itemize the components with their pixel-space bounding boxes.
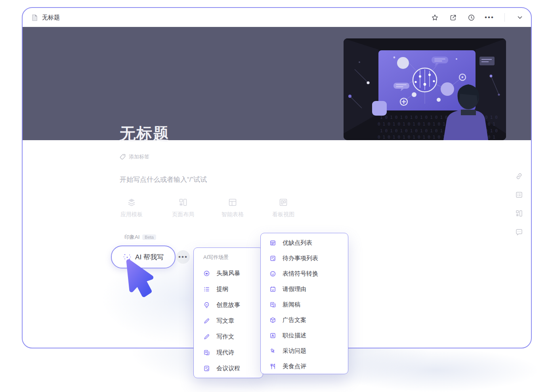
menu-item-label: 采访问题 [283,347,306,355]
menu-item-write-essay[interactable]: 写作文 [194,329,263,344]
menu-item-outline[interactable]: 提纲 [194,281,263,297]
template-kanban-label: 看板视图 [272,211,294,218]
topbar-divider [504,13,505,22]
menu-item-label: 写作文 [216,333,234,341]
copy-doc-icon [203,349,210,356]
ai-more-button[interactable]: ••• [176,250,190,264]
note-title[interactable]: 无标题 [120,123,170,145]
outline-icon [203,286,210,293]
utensils-icon [269,363,276,370]
add-tag-button[interactable]: 添加标签 [120,153,149,160]
document-icon [31,13,38,21]
copy-doc-icon [269,301,276,308]
lightbulb-icon [203,302,210,308]
template-apply-label: 应用模板 [120,211,143,218]
calendar-icon [269,286,276,293]
layout-rail-icon[interactable] [515,209,523,217]
menu-item-label: 头脑风暴 [216,270,240,277]
menu-item-modern-poem[interactable]: 现代诗 [194,344,263,360]
layers-icon [126,197,137,207]
editor-placeholder[interactable]: 开始写点什么或者输入“/”试试 [120,175,207,184]
menu-item-label: 美食点评 [283,363,306,370]
template-smart-table[interactable]: 智能表格 [211,197,254,218]
side-rail [515,172,523,236]
history-icon[interactable] [467,13,475,21]
menu-item-label: 会议议程 [216,365,240,372]
menu-item-write-article[interactable]: 写文章 [194,313,263,329]
pencil-icon [203,333,210,340]
template-kanban[interactable]: 看板视图 [262,197,305,218]
todo-icon [269,255,276,262]
ellipsis-icon: ••• [178,255,188,259]
kanban-icon [278,197,288,207]
doc-title: 无标题 [42,14,60,21]
star-icon[interactable] [431,13,439,21]
menu-item-job-description[interactable]: 职位描述 [261,328,348,343]
template-layout[interactable]: 页面布局 [161,197,205,218]
menu-item-emoji-convert[interactable]: 表情符号转换 [261,266,348,282]
menu-item-interview-questions[interactable]: 采访问题 [261,343,348,359]
note-header-banner: 无标题 [23,27,531,140]
ai-illustration: 101010101010101010101010 010101010101010… [344,38,506,140]
page-layout-icon [178,197,188,207]
tag-icon [120,154,126,160]
menu-item-ad-copy[interactable]: 广告文案 [261,312,348,328]
menu-item-label: 待办事项列表 [283,255,318,262]
brainstorm-icon [203,270,210,277]
ai-scene-menu: AI写作场景 头脑风暴 提纲 创意故事 写文章 写作文 现代诗 [193,247,263,378]
agenda-icon [203,365,210,372]
menu-item-label: 表情符号转换 [283,270,318,278]
pencil-icon [203,318,210,324]
menu-item-food-review[interactable]: 美食点评 [261,359,348,374]
table-icon [227,197,238,207]
menu-item-label: 广告文案 [283,316,306,324]
menu-item-todo-list[interactable]: 待办事项列表 [261,251,348,266]
menu-item-creative-story[interactable]: 创意故事 [194,297,263,313]
job-description-icon [269,332,276,339]
link-icon[interactable] [515,172,523,180]
share-icon[interactable] [449,13,457,21]
collapse-chevron-icon[interactable] [516,13,524,21]
menu-item-brainstorm[interactable]: 头脑风暴 [194,265,263,281]
scene-menu-header: AI写作场景 [194,253,263,261]
smiley-icon [269,270,276,277]
more-icon[interactable]: ••• [485,13,493,21]
yinxiang-ai-brand: 印象AI Beta [124,234,156,241]
template-layout-label: 页面布局 [172,211,194,218]
menu-item-label: 提纲 [216,285,228,293]
microphone-icon [269,348,276,354]
smart-table-rail-icon[interactable] [515,191,523,199]
template-apply[interactable]: 应用模板 [110,197,153,218]
ai-brand-label: 印象AI [124,234,139,241]
template-smart-table-label: 智能表格 [222,211,244,218]
menu-item-pros-cons[interactable]: 优缺点列表 [261,235,348,251]
menu-item-label: 现代诗 [216,349,234,356]
background-haze [333,348,539,392]
pros-cons-icon [269,240,276,246]
menu-item-press-release[interactable]: 新闻稿 [261,297,348,312]
menu-item-leave-excuse[interactable]: 请假理由 [261,282,348,297]
package-icon [269,317,276,323]
menu-item-label: 写文章 [216,317,234,325]
beta-badge: Beta [142,234,156,240]
menu-item-meeting-agenda[interactable]: 会议议程 [194,360,263,376]
menu-item-label: 创意故事 [216,301,240,309]
menu-item-label: 请假理由 [283,285,306,293]
menu-item-label: 优缺点列表 [283,239,312,247]
window-topbar: 无标题 ••• [23,8,531,27]
ai-more-scene-menu: 优缺点列表 待办事项列表 表情符号转换 请假理由 新闻稿 广告文案 职位描述 [260,233,348,374]
comment-icon[interactable] [515,228,523,236]
menu-item-label: 职位描述 [283,332,306,339]
add-tag-label: 添加标签 [129,153,149,160]
menu-item-label: 新闻稿 [283,301,300,308]
